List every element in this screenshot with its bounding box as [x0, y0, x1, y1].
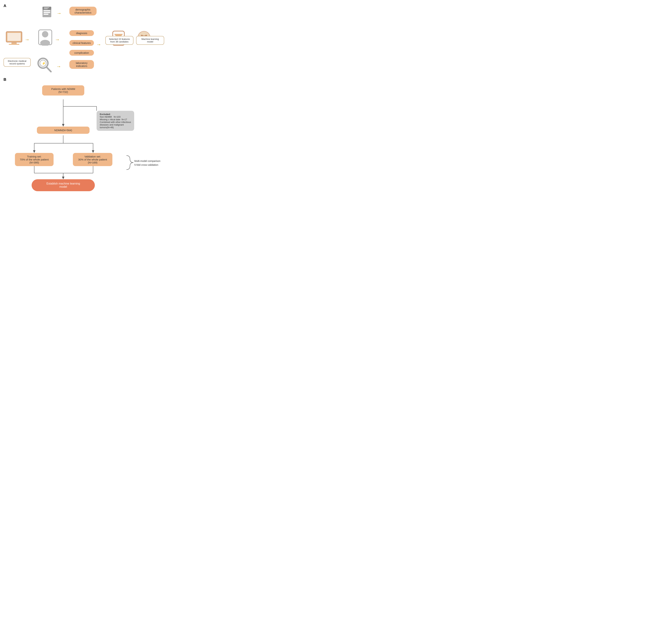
- section-a: A Electronic medical record systems → de…: [3, 3, 172, 77]
- svg-rect-3: [44, 14, 48, 15]
- arrow-search-lab: →: [56, 64, 61, 69]
- arrow-person-features: →: [55, 37, 60, 42]
- clinical-box: clinical features: [69, 40, 94, 46]
- person-icon: [38, 29, 53, 46]
- svg-marker-44: [92, 150, 94, 153]
- establish-ml-box: Establish machine learning model: [32, 179, 95, 191]
- patients-ndmm-box: Patients with NDMM (N=732): [42, 85, 84, 96]
- section-b-label: B: [3, 77, 172, 82]
- training-set-box: Training set: 70% of the whole patient (…: [15, 153, 53, 166]
- demographic-box: demographic characteristics: [69, 7, 97, 15]
- ndmm-564-box: NDMM(N=564): [37, 126, 89, 134]
- emr-box: Electronic medical record systems: [3, 58, 31, 67]
- svg-marker-38: [62, 124, 64, 126]
- svg-rect-10: [9, 44, 19, 45]
- arrow-monitor-person: →: [25, 37, 29, 42]
- complication-box: complication: [69, 50, 94, 56]
- svg-rect-4: [43, 7, 51, 10]
- excluded-box: Excluded: Non-NDMM N=103 Missing c ritic…: [97, 111, 142, 131]
- laboratory-box: laboratory indicators: [69, 60, 94, 69]
- svg-rect-1: [44, 10, 50, 11]
- svg-marker-49: [62, 177, 64, 179]
- svg-text:⚡: ⚡: [42, 61, 46, 65]
- search-icon: ⚡: [36, 56, 53, 74]
- section-b: B: [3, 77, 172, 192]
- svg-rect-8: [8, 33, 21, 41]
- svg-rect-2: [44, 12, 50, 13]
- section-a-label: A: [3, 3, 6, 8]
- svg-rect-9: [11, 42, 17, 44]
- diagnosis-box: diagnosis: [69, 30, 94, 36]
- ml-model-box: Machine learning model: [136, 36, 164, 45]
- flowchart-connectors: [3, 84, 176, 192]
- arrow-doc-demographic: →: [57, 11, 61, 16]
- svg-marker-42: [33, 150, 35, 153]
- svg-point-13: [40, 40, 50, 46]
- selected-features-box: Selected 15 features from 38 candiates: [105, 36, 133, 45]
- svg-line-31: [47, 67, 51, 72]
- svg-rect-6: [44, 9, 48, 9]
- svg-point-12: [42, 31, 48, 37]
- validation-set-box: Validation set: 30% of the whole patient…: [73, 153, 112, 166]
- svg-rect-5: [44, 8, 49, 8]
- document-icon: [40, 5, 55, 19]
- arrow-features-filter: →: [96, 42, 101, 47]
- monitor-icon: [5, 31, 23, 46]
- brace-text: Multi-model comparison 5-fold cross-vali…: [134, 159, 160, 167]
